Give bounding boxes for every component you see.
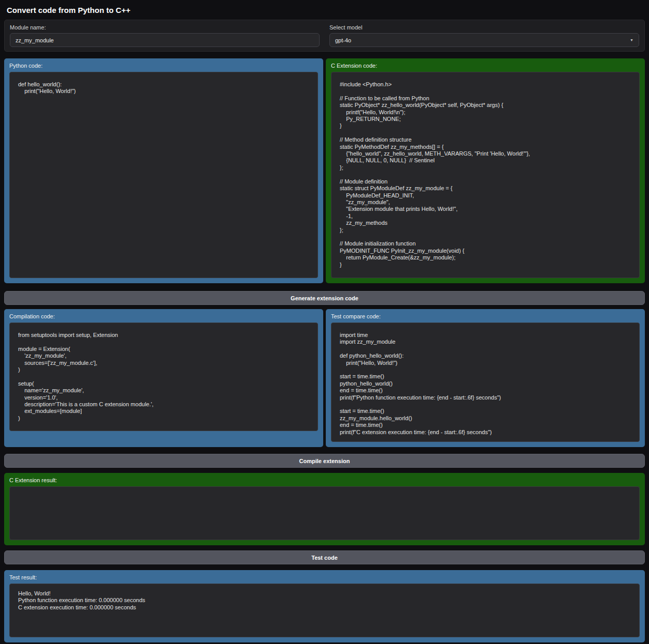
compilation-code-textarea[interactable]: from setuptools import setup, Extension … <box>9 323 318 431</box>
code-panels-row: Python code: def hello_world(): print("H… <box>4 58 645 283</box>
compilation-code-panel: Compilation code: from setuptools import… <box>4 309 323 447</box>
python-code-panel: Python code: def hello_world(): print("H… <box>4 58 323 283</box>
model-select[interactable]: gpt-4o ▼ <box>329 33 639 47</box>
test-result-label: Test result: <box>9 570 640 584</box>
model-select-field: Select model gpt-4o ▼ <box>329 24 639 47</box>
generate-extension-code-button[interactable]: Generate extension code <box>4 291 645 305</box>
c-extension-code-label: C Extension code: <box>331 58 640 72</box>
c-extension-result-textarea[interactable] <box>9 486 640 540</box>
python-code-textarea[interactable]: def hello_world(): print("Hello, World!"… <box>9 72 318 278</box>
compilation-code-label: Compilation code: <box>9 309 318 323</box>
c-extension-result-label: C Extension result: <box>9 473 640 486</box>
module-name-label: Module name: <box>10 24 320 30</box>
compile-panels-row: Compilation code: from setuptools import… <box>4 309 645 447</box>
module-name-input[interactable] <box>10 33 320 47</box>
config-row: Module name: Select model gpt-4o ▼ <box>4 20 645 52</box>
page-title: Convert code from Python to C++ <box>7 5 645 16</box>
app-root: Convert code from Python to C++ Module n… <box>0 0 649 644</box>
module-name-field: Module name: <box>10 24 320 47</box>
test-compare-code-textarea[interactable]: import time import zz_my_module def pyth… <box>331 323 640 442</box>
test-result-textarea[interactable]: Hello, World! Python function execution … <box>9 584 640 637</box>
c-extension-code-panel: C Extension code: #include <Python.h> //… <box>326 58 645 283</box>
python-code-label: Python code: <box>9 58 318 72</box>
test-code-button[interactable]: Test code <box>4 550 645 564</box>
model-select-value: gpt-4o <box>335 37 351 43</box>
model-select-label: Select model <box>329 24 639 30</box>
chevron-down-icon: ▼ <box>630 38 633 42</box>
test-compare-code-label: Test compare code: <box>331 309 640 323</box>
test-compare-code-panel: Test compare code: import time import zz… <box>326 309 645 447</box>
compile-extension-button[interactable]: Compile extension <box>4 454 645 468</box>
c-extension-result-panel: C Extension result: <box>4 473 645 545</box>
c-extension-code-textarea[interactable]: #include <Python.h> // Function to be ca… <box>331 72 640 278</box>
test-result-panel: Test result: Hello, World! Python functi… <box>4 570 645 642</box>
